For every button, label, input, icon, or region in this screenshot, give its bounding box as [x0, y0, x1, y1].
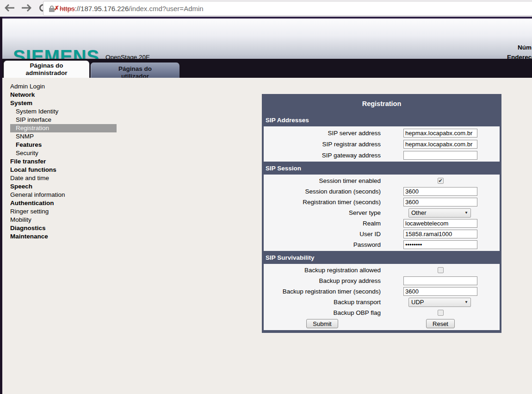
field-control-sip-server-address [403, 129, 477, 138]
page: { "browser": { "url_scheme": "https", "u… [0, 0, 532, 394]
user-id-input[interactable] [403, 230, 477, 238]
backup-registration-allowed-checkbox[interactable] [438, 267, 444, 273]
field-label-backup-registration-timer-seconds: Backup registration timer (seconds) [264, 288, 381, 295]
section-body-sip-survivability: Backup registration allowedBackup proxy … [264, 264, 500, 330]
form-row-realm: Realm [264, 218, 500, 229]
sidebar-item-file-transfer[interactable]: File transfer [10, 157, 121, 166]
field-label-backup-transport: Backup transport [264, 299, 381, 306]
sidebar-item-system[interactable]: System [10, 99, 121, 107]
sidebar-item-admin-login[interactable]: Admin Login [10, 82, 121, 91]
field-label-backup-obp-flag: Backup OBP flag [264, 309, 381, 316]
back-icon[interactable] [4, 2, 16, 14]
field-control-session-duration-seconds [403, 187, 477, 196]
broken-lock-icon[interactable]: ✗ [48, 4, 57, 13]
form-row-backup-registration-timer-seconds: Backup registration timer (seconds) [264, 286, 500, 297]
registration-timer-seconds-input[interactable] [403, 198, 477, 206]
form-row-backup-obp-flag: Backup OBP flag [264, 307, 500, 318]
sidebar-item-speech[interactable]: Speech [10, 182, 121, 191]
sidebar-item-snmp[interactable]: SNMP [10, 132, 121, 141]
sidebar-item-mobility[interactable]: Mobility [10, 216, 121, 224]
form-row-user-id: User ID [264, 229, 500, 239]
tab-user-pages[interactable]: Páginas do utilizador [91, 63, 179, 78]
server-type-select[interactable]: Other▼ [408, 208, 471, 218]
panel-sections: SIP AddressesSIP server addressSIP regis… [264, 113, 500, 330]
password-input[interactable] [403, 240, 477, 249]
server-type-selected-value: Other [411, 209, 427, 216]
field-label-realm: Realm [264, 220, 381, 227]
tab-bar: Páginas do administrador Páginas do util… [0, 59, 532, 78]
field-label-sip-gateway-address: SIP gateway address [264, 152, 381, 159]
field-control-server-type: Other▼ [403, 208, 477, 218]
sidebar-item-ringer-setting[interactable]: Ringer setting [10, 207, 121, 216]
sip-gateway-address-input[interactable] [403, 151, 477, 160]
backup-registration-timer-seconds-input[interactable] [403, 287, 477, 296]
tab-user-line1: Páginas do [91, 65, 179, 73]
chevron-down-icon: ▼ [464, 211, 468, 215]
form-buttons-row: SubmitReset [264, 318, 500, 329]
realm-input[interactable] [403, 219, 477, 228]
sidebar-item-registration[interactable]: Registration [10, 124, 117, 132]
app-header: SIEMENS OpenStage 20E Núm Endereço [0, 19, 532, 59]
backup-proxy-address-input[interactable] [403, 276, 477, 285]
field-control-sip-gateway-address [403, 151, 477, 160]
registration-panel: Registration SIP AddressesSIP server add… [262, 94, 501, 333]
session-duration-seconds-input[interactable] [403, 187, 477, 196]
sip-server-address-input[interactable] [403, 129, 477, 138]
field-control-password [403, 240, 477, 249]
field-control-session-timer-enabled: ✔ [403, 178, 477, 184]
backup-transport-selected-value: UDP [411, 299, 424, 306]
section-body-sip-addresses: SIP server addressSIP registrar addressS… [264, 126, 500, 162]
form-row-backup-transport: Backup transportUDP▼ [264, 297, 500, 307]
lock-x-mark: ✗ [54, 5, 59, 12]
field-control-realm [403, 219, 477, 228]
address-bar[interactable]: ✗ https://187.95.176.226/index.cmd?user=… [43, 1, 532, 16]
session-timer-enabled-checkbox[interactable]: ✔ [438, 178, 444, 184]
form-row-sip-registrar-address: SIP registrar address [264, 138, 500, 150]
field-label-backup-registration-allowed: Backup registration allowed [264, 267, 381, 274]
sidebar-item-date-and-time[interactable]: Date and time [10, 174, 121, 182]
tab-admin-line1: Páginas do [4, 62, 89, 69]
chevron-down-icon: ▼ [464, 300, 468, 304]
form-row-backup-proxy-address: Backup proxy address [264, 275, 500, 286]
left-edge-strip [0, 17, 2, 394]
sidebar-item-features[interactable]: Features [10, 141, 121, 149]
sidebar-item-system-identity[interactable]: System Identity [10, 107, 121, 116]
submit-button-cell: Submit [264, 319, 381, 328]
sidebar-item-sip-interface[interactable]: SIP interface [10, 116, 121, 124]
sidebar-item-diagnostics[interactable]: Diagnostics [10, 224, 121, 232]
field-control-backup-transport: UDP▼ [403, 298, 477, 307]
sidebar-item-local-functions[interactable]: Local functions [10, 166, 121, 174]
sip-registrar-address-input[interactable] [403, 140, 477, 149]
submit-button[interactable]: Submit [306, 319, 338, 328]
field-label-user-id: User ID [264, 231, 381, 238]
form-row-registration-timer-seconds: Registration timer (seconds) [264, 197, 500, 207]
tab-admin-line2: administrador [4, 69, 89, 77]
field-label-session-timer-enabled: Session timer enabled [264, 177, 381, 184]
backup-obp-flag-checkbox[interactable] [438, 310, 444, 316]
form-row-backup-registration-allowed: Backup registration allowed [264, 265, 500, 275]
browser-toolbar: ✗ https://187.95.176.226/index.cmd?user=… [0, 0, 532, 17]
reset-button-cell: Reset [403, 319, 477, 328]
form-row-session-duration-seconds: Session duration (seconds) [264, 186, 500, 197]
sidebar-nav: Admin LoginNetworkSystemSystem IdentityS… [10, 82, 121, 241]
section-header-sip-session: SIP Session [262, 162, 501, 175]
sidebar-item-authentication[interactable]: Authentication [10, 199, 121, 207]
field-label-backup-proxy-address: Backup proxy address [264, 277, 381, 284]
reset-button[interactable]: Reset [426, 319, 455, 328]
field-control-backup-registration-timer-seconds [403, 287, 477, 296]
backup-transport-select[interactable]: UDP▼ [408, 298, 471, 307]
field-control-backup-registration-allowed [403, 267, 477, 273]
section-body-sip-session: Session timer enabled✔Session duration (… [264, 175, 500, 251]
sidebar-item-security[interactable]: Security [10, 149, 121, 157]
section-header-sip-addresses: SIP Addresses [262, 113, 501, 126]
header-right-line1: Núm [518, 44, 532, 51]
form-row-session-timer-enabled: Session timer enabled✔ [264, 175, 500, 186]
sidebar-item-network[interactable]: Network [10, 91, 121, 99]
tab-admin-pages[interactable]: Páginas do administrador [4, 61, 89, 78]
field-control-backup-obp-flag [403, 310, 477, 316]
sidebar-item-general-information[interactable]: General information [10, 191, 121, 199]
field-label-password: Password [264, 241, 381, 248]
forward-icon[interactable] [20, 2, 32, 14]
field-control-user-id [403, 230, 477, 238]
sidebar-item-maintenance[interactable]: Maintenance [10, 232, 121, 241]
